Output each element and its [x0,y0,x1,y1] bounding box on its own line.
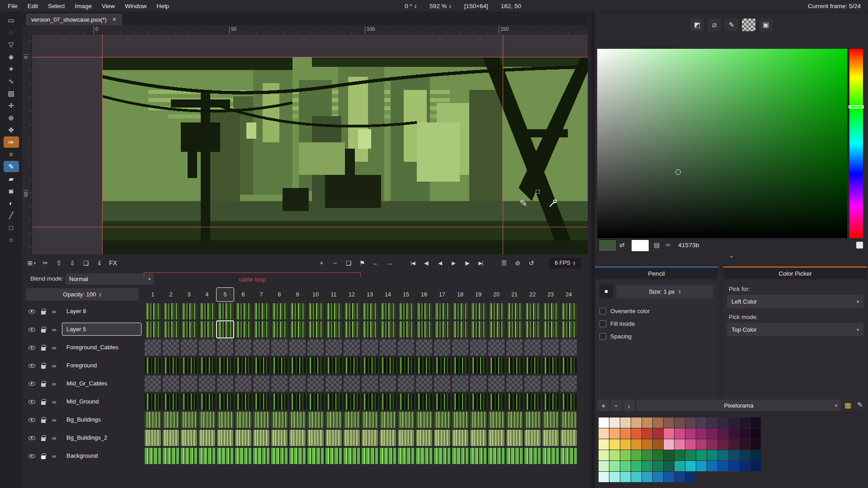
palette-swatch[interactable] [729,418,739,428]
lock-icon[interactable] [38,375,48,393]
cel[interactable] [487,357,505,374]
palette-swatch[interactable] [718,418,728,428]
cel[interactable] [487,394,505,410]
brush-type-button[interactable] [599,285,613,298]
palette-swatch[interactable] [664,418,674,428]
cel[interactable] [433,394,451,410]
lock-icon[interactable] [38,447,48,465]
cel[interactable] [216,321,234,338]
checkbox-overwrite-color[interactable] [599,308,606,314]
transparency-icon[interactable] [742,19,755,31]
palette-swatch[interactable] [685,472,696,482]
cel[interactable] [487,303,505,319]
cel[interactable] [144,430,162,446]
palette-swatch[interactable] [631,450,642,460]
cel[interactable] [343,430,361,446]
cel[interactable] [270,394,288,410]
palette-swatch[interactable] [675,472,685,482]
palette-swatch[interactable] [707,461,717,471]
swap-colors-icon[interactable]: ⇄ [619,241,625,249]
cel[interactable] [560,357,578,374]
palette-swatch[interactable] [740,428,750,439]
link-icon[interactable]: ∞ [49,411,59,429]
cel[interactable] [524,448,542,464]
cel[interactable] [451,448,469,464]
eye-icon[interactable] [27,411,37,429]
palette-swatch[interactable] [675,439,685,450]
cel[interactable] [433,321,451,338]
cel[interactable] [288,339,307,356]
palette-swatch[interactable] [696,418,707,428]
spinner-carets-icon[interactable]: ▲▼ [448,4,451,9]
eye-icon[interactable] [27,338,37,357]
cel[interactable] [307,394,325,410]
palette-swatch[interactable] [653,450,663,460]
cel[interactable] [379,412,397,428]
cel[interactable] [288,412,307,428]
pan-tool[interactable]: ✥ [4,124,19,136]
cel[interactable] [343,303,361,319]
cel[interactable] [307,339,325,356]
cel[interactable] [487,412,505,428]
link-icon[interactable]: ∞ [49,302,59,320]
cel[interactable] [234,375,252,392]
cel[interactable] [144,448,162,464]
palette-swatch[interactable] [685,418,696,428]
cel[interactable] [288,430,307,446]
cel[interactable] [180,448,198,464]
snapping-icon[interactable]: ▣ [759,19,773,31]
palette-swatch[interactable] [664,461,674,471]
palette-swatch[interactable] [620,472,631,482]
cel[interactable] [415,394,433,410]
hue-slider[interactable] [849,49,863,238]
palette-swatch[interactable] [729,461,739,471]
guide-horizontal[interactable] [32,227,588,227]
cel[interactable] [487,430,505,446]
cel[interactable] [270,375,288,392]
cel[interactable] [524,394,542,410]
palette-swatch[interactable] [620,461,631,471]
paint-select-tool[interactable]: ▨ [4,88,19,99]
cel[interactable] [144,412,162,428]
spinner-carets-icon[interactable]: ▲▼ [414,4,417,9]
palette-swatch[interactable] [675,428,685,439]
cel[interactable] [198,303,216,319]
cel[interactable] [379,430,397,446]
ruler-vertical[interactable]: 050 [22,34,32,254]
cel[interactable] [397,412,415,428]
cel[interactable] [288,303,307,319]
cel[interactable] [270,321,288,338]
cel[interactable] [180,321,198,338]
palette-swatch[interactable] [631,461,642,471]
ellipse-select-tool[interactable]: ◌ [4,27,19,38]
ruler-horizontal[interactable]: 050100150 [22,25,588,34]
layer-name[interactable]: Bg_Buildings_2 [62,431,142,444]
cel[interactable] [542,430,560,446]
cel[interactable] [252,412,270,428]
spinner-carets-icon[interactable]: ▲▼ [678,289,681,294]
cel[interactable] [542,412,560,428]
cel[interactable] [361,430,379,446]
cel[interactable] [542,303,560,319]
layer-name[interactable]: Foreground_Cables [62,341,142,354]
cel[interactable] [505,321,524,338]
cel[interactable] [524,375,542,392]
cel[interactable] [325,448,343,464]
palette-swatch[interactable] [653,461,663,471]
cel[interactable] [288,357,307,374]
brush-size-spinner[interactable]: Size: 1 px ▲▼ [617,285,713,298]
cel[interactable] [505,357,524,374]
palette-swatch[interactable] [675,418,685,428]
cel[interactable] [180,394,198,410]
cel[interactable] [252,430,270,446]
cel[interactable] [325,303,343,319]
cel[interactable] [542,448,560,464]
cel[interactable] [162,375,180,392]
cel[interactable] [216,339,234,356]
cel[interactable] [524,412,542,428]
cel[interactable] [198,375,216,392]
guide-vertical[interactable] [503,34,503,254]
crop-tool[interactable]: ⌗ [4,149,19,160]
palette-select[interactable]: Pixelorama ▾ [637,399,841,411]
cel[interactable] [252,357,270,374]
